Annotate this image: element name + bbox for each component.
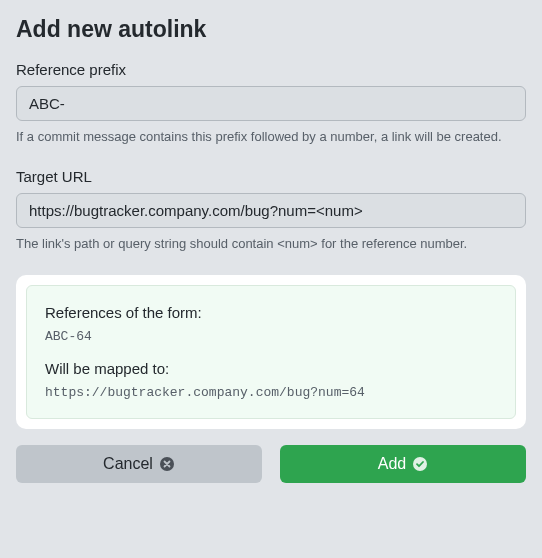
preview-mapped-label: Will be mapped to: [45,360,497,377]
preview-references-label: References of the form: [45,304,497,321]
dialog-title: Add new autolink [16,16,526,43]
reference-prefix-group: Reference prefix If a commit message con… [16,61,526,144]
add-button[interactable]: Add [280,445,526,483]
target-url-input[interactable] [16,193,526,228]
button-row: Cancel Add [16,445,526,483]
check-circle-icon [412,456,428,472]
autolink-dialog: Add new autolink Reference prefix If a c… [4,4,538,554]
reference-prefix-helper: If a commit message contains this prefix… [16,129,526,144]
cancel-button[interactable]: Cancel [16,445,262,483]
preview-mapped-value: https://bugtracker.company.com/bug?num=6… [45,385,497,400]
reference-prefix-label: Reference prefix [16,61,526,78]
target-url-helper: The link's path or query string should c… [16,236,526,251]
preview-references-value: ABC-64 [45,329,497,344]
target-url-label: Target URL [16,168,526,185]
cancel-button-label: Cancel [103,455,153,473]
close-circle-icon [159,456,175,472]
preview-wrapper: References of the form: ABC-64 Will be m… [16,275,526,429]
target-url-group: Target URL The link's path or query stri… [16,168,526,251]
add-button-label: Add [378,455,406,473]
reference-prefix-input[interactable] [16,86,526,121]
preview-box: References of the form: ABC-64 Will be m… [26,285,516,419]
